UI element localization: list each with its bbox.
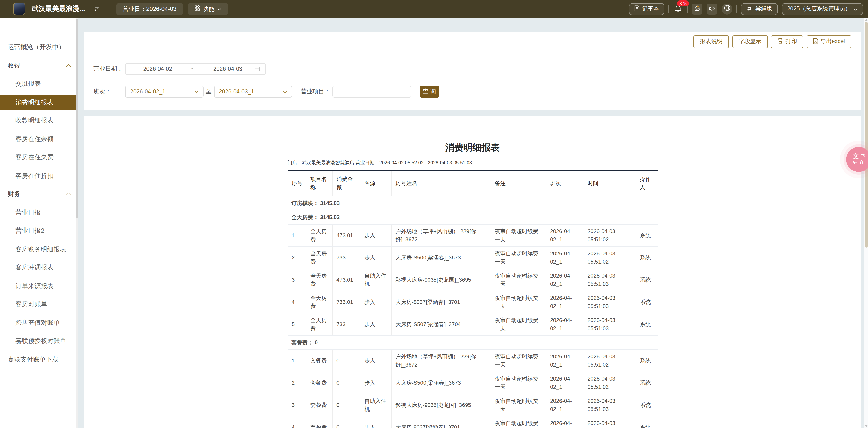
sidebar-item-订单来源报表[interactable]: 订单来源报表 (0, 277, 78, 295)
sidebar-item-label: 运营概览（开发中） (8, 43, 65, 52)
sidebar-item-财务[interactable]: 财务 (0, 185, 78, 204)
table-cell: 733 (333, 247, 361, 269)
sidebar-item-label: 客房在住欠费 (16, 154, 54, 162)
field-display-button[interactable]: 字段显示 (733, 35, 768, 48)
table-cell: 2026-04-03 05:51:03 (584, 394, 636, 416)
sidebar-item-收款明细报表[interactable]: 收款明细报表 (0, 112, 78, 130)
topbar-divider (737, 5, 737, 13)
table-cell: 3 (288, 394, 307, 416)
table-cell: 733.01 (333, 291, 361, 313)
table-cell: 系统 (636, 291, 658, 313)
table-cell: 0 (333, 416, 361, 428)
theme-skin-button[interactable] (691, 3, 703, 14)
shift-end-select[interactable]: 2026-04-03_1 (214, 86, 292, 97)
sidebar-menu: 运营概览（开发中）收银交班报表消费明细报表收款明细报表客房在住余额客房在住欠费客… (0, 38, 78, 369)
project-input[interactable] (333, 86, 411, 97)
table-cell: 全天房费 (307, 224, 333, 247)
sidebar-item-营业日报[interactable]: 营业日报 (0, 204, 78, 222)
trial-version-button[interactable]: 尝鲜版 (741, 3, 777, 15)
sidebar-item-label: 订单来源报表 (16, 282, 54, 290)
date-range-input[interactable]: 2026-04-02 ~ 2026-04-03 (125, 63, 266, 75)
notifications-button[interactable]: 375 (673, 3, 683, 14)
sidebar-item-消费明细报表[interactable]: 消费明细报表 (0, 93, 78, 112)
table-cell: 大床房-S500[梁涵春]_3673 (392, 372, 491, 394)
sidebar-item-客房在住余额[interactable]: 客房在住余额 (0, 130, 78, 148)
sidebar-item-客房在住欠费[interactable]: 客房在住欠费 (0, 148, 78, 167)
trial-version-label: 尝鲜版 (755, 5, 772, 13)
table-cell: 步入 (361, 291, 392, 313)
sidebar-item-营业日报2[interactable]: 营业日报2 (0, 222, 78, 240)
sidebar-item-收银[interactable]: 收银 (0, 57, 78, 75)
mute-button[interactable] (707, 3, 717, 14)
table-cell: 2026-04-03 05:51:02 (584, 247, 636, 269)
project-filter-label: 营业项目： (301, 87, 330, 95)
table-cell: 夜审自动超时续费一天 (491, 291, 546, 313)
table-cell: 夜审自动超时续费一天 (491, 224, 546, 247)
table-row: 3全天房费473.01自助入住机影视大床房-9035[史龙国]_3695夜审自动… (288, 269, 658, 291)
sidebar-item-客房账务明细报表[interactable]: 客房账务明细报表 (0, 240, 78, 258)
sidebar-item-label: 客房在住余额 (16, 135, 54, 143)
table-cell: 套餐费 (307, 416, 333, 428)
shift-end-value: 2026-04-03_1 (219, 88, 254, 95)
sidebar-item-交班报表[interactable]: 交班报表 (0, 75, 78, 93)
sidebar-scrollbar-thumb[interactable] (76, 19, 78, 218)
translate-icon: 文A (851, 151, 866, 167)
sidebar-item-客房对账单[interactable]: 客房对账单 (0, 295, 78, 314)
bell-icon (674, 5, 682, 14)
shift-start-select[interactable]: 2026-04-02_1 (125, 86, 204, 97)
topbar-right-group: 记事本 375 (629, 3, 863, 15)
scrollbar-up-arrow[interactable] (865, 19, 868, 21)
report-table-body: 订房模块： 3145.03全天房费： 3145.031全天房费473.01步入户… (288, 196, 658, 428)
table-row: 2套餐费0步入大床房-S500[梁涵春]_3673夜审自动超时续费一天2026-… (288, 372, 658, 394)
report-help-button[interactable]: 报表说明 (694, 35, 729, 48)
sidebar-item-嘉联支付账单下载[interactable]: 嘉联支付账单下载 (0, 350, 78, 369)
report-help-label: 报表说明 (700, 38, 723, 45)
paint-bucket-icon (694, 4, 701, 13)
section-row: 全天房费： 3145.03 (288, 210, 658, 224)
page-scrollbar[interactable] (864, 18, 868, 428)
sidebar-item-label: 交班报表 (16, 80, 41, 88)
date-start-value[interactable]: 2026-04-02 (131, 66, 184, 72)
table-cell: 全天房费 (307, 291, 333, 313)
sidebar-scrollbar-track[interactable] (76, 18, 78, 428)
report-table-header-row: 序号项目名称消费金额客源房号姓名备注班次时间操作人 (288, 170, 658, 196)
user-menu[interactable]: 2025（总店系统管理员） (782, 3, 863, 15)
notepad-label: 记事本 (642, 5, 659, 13)
table-cell: 全天房费 (307, 247, 333, 269)
sidebar-item-运营概览（开发中）[interactable]: 运营概览（开发中） (0, 38, 78, 57)
sidebar-item-客房在住折扣[interactable]: 客房在住折扣 (0, 167, 78, 185)
section-label: 全天房费： 3145.03 (288, 210, 658, 224)
sidebar-item-label: 营业日报 (16, 209, 41, 217)
table-cell: 2026-04-02_1 (546, 394, 584, 416)
sidebar-item-嘉联预授权对账单[interactable]: 嘉联预授权对账单 (0, 332, 78, 350)
table-cell: 1 (288, 224, 307, 247)
date-filter-label: 营业日期： (93, 65, 125, 73)
table-cell: 2026-04-02_1 (546, 269, 584, 291)
page-scrollbar-thumb[interactable] (865, 22, 868, 248)
chevron-down-icon (217, 5, 221, 12)
table-cell: 夜审自动超时续费一天 (491, 269, 546, 291)
report-meta: 门店：武汉最美最浪漫智慧酒店 营业日期：2026-04-02 05:52:02 … (287, 160, 657, 166)
sidebar-item-客房冲调报表[interactable]: 客房冲调报表 (0, 258, 78, 277)
chevron-down-icon (283, 88, 287, 95)
table-cell: 系统 (636, 313, 658, 335)
table-cell: 自助入住机 (361, 394, 392, 416)
table-cell: 2026-04-03 05:51:03 (584, 291, 636, 313)
notification-badge: 375 (677, 0, 689, 6)
table-cell: 1 (288, 349, 307, 372)
column-header: 时间 (584, 170, 636, 196)
switch-hotel-icon[interactable] (93, 6, 99, 11)
export-excel-button[interactable]: 导出excel (807, 35, 851, 48)
scrollbar-down-arrow[interactable] (865, 425, 868, 427)
notepad-button[interactable]: 记事本 (629, 3, 664, 15)
print-button[interactable]: 打印 (771, 35, 803, 48)
search-button[interactable]: 查 询 (420, 86, 439, 97)
app-root: 武汉最美最浪漫... 营业日：2026-04-03 功能 记事本 (0, 0, 868, 428)
sidebar-item-跨店充值对账单[interactable]: 跨店充值对账单 (0, 314, 78, 332)
date-end-value[interactable]: 2026-04-03 (201, 66, 254, 72)
table-row: 1全天房费473.01步入户外场地（草坪+风雨棚）-229[你好]_3672夜审… (288, 224, 658, 247)
hotel-name: 武汉最美最浪漫... (32, 4, 85, 13)
business-day-pill[interactable]: 营业日：2026-04-03 (116, 3, 183, 15)
functions-menu-button[interactable]: 功能 (188, 3, 228, 15)
language-button[interactable] (721, 3, 733, 14)
